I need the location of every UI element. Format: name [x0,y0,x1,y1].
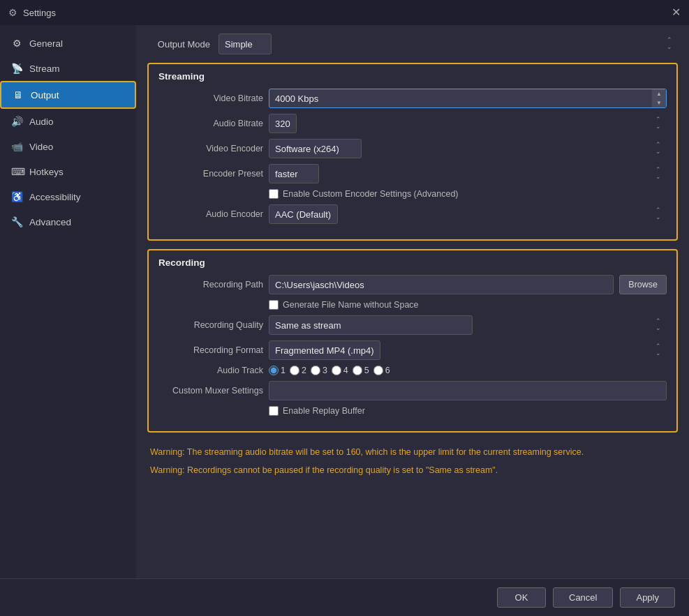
video-encoder-row: Video Encoder Software (x264) Hardware (… [158,139,667,158]
cancel-button[interactable]: Cancel [553,587,613,608]
sidebar-item-video[interactable]: 📹 Video [0,134,136,159]
audio-bitrate-row: Audio Bitrate 320 256 192 160 128 96 [158,114,667,133]
right-panel: Output Mode Simple Advanced Streaming Vi… [136,25,689,578]
output-mode-row: Output Mode Simple Advanced [147,33,678,54]
encoder-preset-label: Encoder Preset [158,169,263,179]
sidebar-label-video: Video [29,142,53,152]
audio-track-6-radio[interactable] [373,366,383,375]
recording-format-label: Recording Format [158,345,263,355]
sidebar-label-audio: Audio [29,117,54,127]
sidebar-item-advanced[interactable]: 🔧 Advanced [0,209,136,234]
recording-format-select[interactable]: Fragmented MP4 (.mp4) MKV (.mkv) FLV (.f… [269,340,380,360]
sidebar-label-output: Output [31,90,59,100]
ok-button[interactable]: OK [497,587,546,608]
audio-encoder-select-wrapper: AAC (Default) [269,204,667,224]
audio-bitrate-label: Audio Bitrate [158,119,263,128]
audio-encoder-row: Audio Encoder AAC (Default) [158,204,667,224]
audio-track-6-label: 6 [385,366,390,375]
gear-icon: ⚙ [11,38,22,49]
recording-quality-select[interactable]: Same as stream High Quality, Medium File… [269,315,473,335]
video-bitrate-row: Video Bitrate ▲ ▼ [158,89,667,108]
audio-track-4-item[interactable]: 4 [332,366,348,375]
encoder-preset-select-wrapper: ultrafast superfast veryfast faster fast… [269,164,667,183]
output-mode-select-wrapper: Simple Advanced [218,33,678,54]
window-title: Settings [23,8,56,18]
audio-track-1-item[interactable]: 1 [269,366,286,375]
sidebar-item-general[interactable]: ⚙ General [0,31,136,56]
warning-2: Warning: Recordings cannot be paused if … [150,465,675,477]
video-bitrate-down[interactable]: ▼ [652,98,666,107]
recording-quality-select-wrapper: Same as stream High Quality, Medium File… [269,315,667,335]
recording-path-input[interactable] [269,275,614,294]
audio-track-5-label: 5 [364,366,369,375]
sidebar-label-hotkeys: Hotkeys [29,167,64,177]
audio-track-label: Audio Track [158,366,263,375]
settings-icon: ⚙ [8,7,17,18]
generate-filename-label[interactable]: Generate File Name without Space [283,300,419,310]
audio-track-5-item[interactable]: 5 [353,366,369,375]
video-encoder-select[interactable]: Software (x264) Hardware (NVENC) [269,139,362,158]
recording-format-row: Recording Format Fragmented MP4 (.mp4) M… [158,340,667,360]
audio-bitrate-select[interactable]: 320 256 192 160 128 96 [269,114,297,133]
close-button[interactable]: ✕ [672,7,681,18]
recording-format-select-wrapper: Fragmented MP4 (.mp4) MKV (.mkv) FLV (.f… [269,340,667,360]
audio-track-4-radio[interactable] [332,366,341,375]
custom-encoder-checkbox[interactable] [269,189,279,199]
accessibility-icon: ♿ [11,191,22,202]
audio-encoder-label: Audio Encoder [158,209,263,219]
recording-title: Recording [158,257,667,268]
audio-track-radio-group: 1 2 3 4 [269,366,667,375]
video-bitrate-spinbox-wrapper: ▲ ▼ [269,89,667,108]
sidebar: ⚙ General 📡 Stream 🖥 Output 🔊 Audio 📹 Vi [0,25,136,578]
sidebar-item-accessibility[interactable]: ♿ Accessibility [0,184,136,209]
apply-button[interactable]: Apply [620,587,675,608]
sidebar-label-stream: Stream [29,63,60,74]
recording-path-row: Recording Path Browse [158,275,667,294]
custom-muxer-input[interactable] [269,381,667,400]
browse-button[interactable]: Browse [619,275,667,294]
video-bitrate-up[interactable]: ▲ [652,89,666,98]
sidebar-label-general: General [29,38,63,49]
custom-encoder-label[interactable]: Enable Custom Encoder Settings (Advanced… [283,189,459,199]
audio-track-1-radio[interactable] [269,366,279,375]
sidebar-item-output[interactable]: 🖥 Output [0,81,136,109]
stream-icon: 📡 [11,63,22,74]
sidebar-item-audio[interactable]: 🔊 Audio [0,109,136,134]
video-encoder-label: Video Encoder [158,144,263,153]
advanced-icon: 🔧 [11,216,22,227]
sidebar-item-stream[interactable]: 📡 Stream [0,56,136,81]
encoder-preset-select[interactable]: ultrafast superfast veryfast faster fast… [269,164,319,183]
generate-filename-checkbox-row: Generate File Name without Space [269,300,667,310]
recording-path-label: Recording Path [158,280,263,290]
audio-encoder-select[interactable]: AAC (Default) [269,204,338,224]
audio-track-4-label: 4 [343,366,348,375]
audio-track-row: Audio Track 1 2 3 [158,366,667,375]
video-encoder-select-wrapper: Software (x264) Hardware (NVENC) [269,139,667,158]
replay-buffer-checkbox[interactable] [269,406,279,416]
audio-track-2-radio[interactable] [290,366,299,375]
video-icon: 📹 [11,141,22,152]
audio-track-5-radio[interactable] [353,366,362,375]
hotkeys-icon: ⌨ [11,166,22,177]
encoder-preset-row: Encoder Preset ultrafast superfast veryf… [158,164,667,183]
recording-section: Recording Recording Path Browse Generate… [147,249,678,433]
video-bitrate-input[interactable] [269,89,667,108]
output-mode-select[interactable]: Simple Advanced [218,33,272,54]
sidebar-label-accessibility: Accessibility [29,192,81,202]
output-mode-label: Output Mode [147,39,210,50]
audio-icon: 🔊 [11,116,22,127]
audio-track-3-item[interactable]: 3 [311,366,327,375]
video-bitrate-label: Video Bitrate [158,93,263,103]
audio-track-6-item[interactable]: 6 [373,366,390,375]
sidebar-item-hotkeys[interactable]: ⌨ Hotkeys [0,159,136,184]
warning-1: Warning: The streaming audio bitrate wil… [150,446,675,459]
audio-bitrate-select-wrapper: 320 256 192 160 128 96 [269,114,667,133]
main-content: ⚙ General 📡 Stream 🖥 Output 🔊 Audio 📹 Vi [0,25,689,578]
sidebar-label-advanced: Advanced [29,217,71,227]
streaming-title: Streaming [158,71,667,82]
replay-buffer-label[interactable]: Enable Replay Buffer [283,406,365,416]
settings-window: ⚙ Settings ✕ ⚙ General 📡 Stream 🖥 Output [0,0,689,616]
generate-filename-checkbox[interactable] [269,300,279,310]
audio-track-3-radio[interactable] [311,366,320,375]
audio-track-2-item[interactable]: 2 [290,366,306,375]
